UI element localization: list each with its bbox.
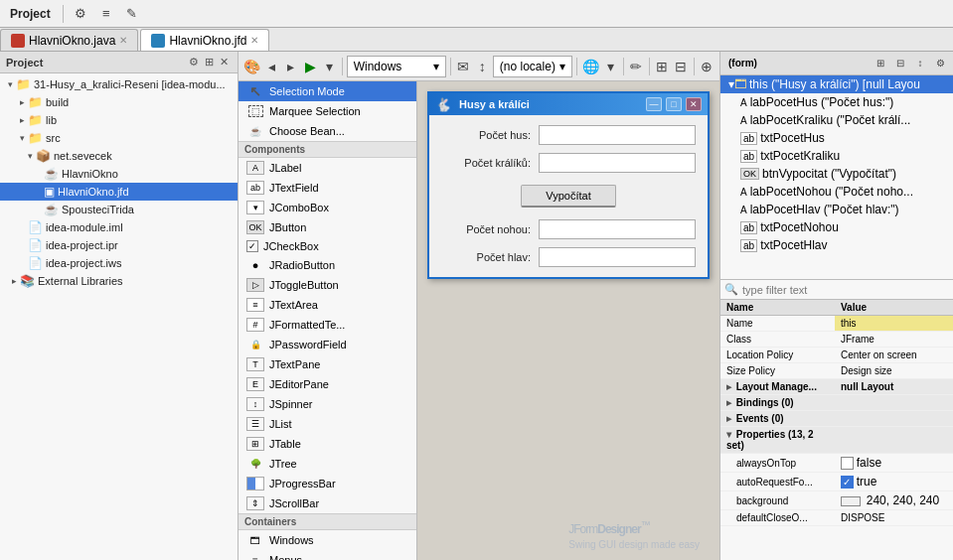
comp-tree-btnvypocitat[interactable]: OK btnVypocitat ("Vypočítat") [720, 165, 953, 183]
palette-selection-mode[interactable]: ↖ Selection Mode [238, 81, 416, 101]
comp-tree-txtpocethlav[interactable]: ab txtPocetHlav [720, 236, 953, 254]
palette-windows[interactable]: 🗔 Windows [238, 530, 416, 550]
palette-jformattedtextfield[interactable]: # JFormattedTe... [238, 315, 416, 335]
toolbar-forward-btn[interactable]: ▸ [282, 56, 299, 77]
input-pocet-hlav[interactable] [539, 247, 696, 267]
palette-jbutton[interactable]: OK JButton [238, 217, 416, 237]
tree-item-lib[interactable]: ▸ 📁 lib [0, 111, 238, 129]
palette-jtogglebutton[interactable]: ▷ JToggleButton [238, 275, 416, 295]
toolbar-extra-btn[interactable]: ⊕ [699, 56, 715, 77]
comp-tree-txtpockraliku[interactable]: ab txtPocetKraliku [720, 147, 953, 165]
tree-item-idea-project-ipr[interactable]: 📄 idea-project.ipr [0, 236, 238, 254]
panel-close-icon[interactable]: ✕ [217, 55, 232, 70]
comp-tree-labpocethus[interactable]: A labPocetHus ("Počet hus:") [720, 93, 953, 111]
tree-item-src[interactable]: ▾ 📁 src [0, 129, 238, 147]
toolbar-run-down-btn[interactable]: ▾ [321, 56, 338, 77]
palette-jlabel[interactable]: A JLabel [238, 158, 416, 178]
tree-item-spoustecitrida[interactable]: ☕ SpousteciTrida [0, 201, 238, 218]
prop-name-value[interactable] [835, 316, 953, 332]
toolbar-palette-btn[interactable]: 🎨 [242, 56, 261, 77]
palette-jtable[interactable]: ⊞ JTable [238, 434, 416, 454]
toolbar-menu-btn[interactable]: ≡ [95, 3, 117, 25]
palette-jtextpane[interactable]: T JTextPane [238, 354, 416, 374]
toolbar-grid-btn[interactable]: ⊞ [654, 56, 671, 77]
tab-jfd-close[interactable]: ✕ [250, 35, 258, 46]
toolbar-globe-btn[interactable]: 🌐 [581, 56, 600, 77]
locale-dropdown[interactable]: (no locale) ▾ [493, 56, 572, 77]
palette-menus[interactable]: ≡ Menus [238, 550, 416, 560]
input-pocet-nohou[interactable] [539, 219, 696, 239]
comp-label-txthlav: txtPocetHlav [760, 238, 827, 252]
palette-marquee-selection[interactable]: ⬚ Marquee Selection [238, 101, 416, 121]
palette-jprogressbar[interactable]: JProgressBar [238, 474, 416, 493]
prop-row-layout[interactable]: ▸ Layout Manage... null Layout [720, 379, 953, 395]
comp-tree-btn4[interactable]: ⚙ [931, 55, 949, 72]
label-pocet-hlav: Počet hlav: [441, 251, 531, 263]
jframe-minimize-btn[interactable]: — [646, 97, 662, 111]
toolbar-settings-btn[interactable]: ⚙ [70, 3, 91, 25]
jframe-maximize-btn[interactable]: □ [666, 97, 682, 111]
palette-choose-bean[interactable]: ☕ Choose Bean... [238, 121, 416, 141]
palette-jcombobox[interactable]: ▾ JComboBox [238, 198, 416, 217]
tree-item-build[interactable]: ▸ 📁 build [0, 93, 238, 111]
palette-jcheckbox[interactable]: ✓ JCheckBox [238, 237, 416, 255]
comp-tree-txtpocetnohou[interactable]: ab txtPocetNohou [720, 218, 953, 236]
os-dropdown[interactable]: Windows ▾ [347, 56, 446, 77]
filter-input[interactable] [742, 284, 949, 296]
autorequestfocus-checkbox[interactable]: ✓ [841, 476, 854, 489]
tab-java-close[interactable]: ✕ [119, 35, 127, 46]
comp-tree-btn3[interactable]: ↕ [911, 55, 929, 72]
toolbar-icon1-btn[interactable]: ✉ [454, 56, 471, 77]
palette-jspinner[interactable]: ↕ JSpinner [238, 394, 416, 414]
toolbar-back-btn[interactable]: ◂ [263, 56, 280, 77]
properties-table: Name Value Name Class JFrame Location Po… [720, 300, 953, 526]
palette-jtextarea[interactable]: ≡ JTextArea [238, 295, 416, 315]
comp-tree-labpockraliku[interactable]: A labPocetKraliku ("Počet králí... [720, 111, 953, 129]
tree-item-root[interactable]: ▾ 📁 31-Husy_a_kralici-Reseni [idea-modu.… [0, 75, 238, 93]
input-pocet-hus[interactable] [539, 125, 696, 145]
palette-jradiobutton[interactable]: ● JRadioButton [238, 255, 416, 275]
prop-name-input[interactable] [841, 318, 947, 329]
tab-hlavniokno-jfd[interactable]: HlavniOkno.jfd ✕ [140, 29, 269, 51]
tree-item-hlavniokno-jfd[interactable]: ▣ HlavniOkno.jfd [0, 183, 238, 201]
toolbar-run-btn[interactable]: ▶ [301, 56, 318, 77]
comp-tree-txtpocethus[interactable]: ab txtPocetHus [720, 129, 953, 147]
palette-jscrollbar[interactable]: ⇕ JScrollBar [238, 493, 416, 513]
tree-item-idea-project-iws[interactable]: 📄 idea-project.iws [0, 254, 238, 272]
tree-item-netsevecek[interactable]: ▾ 📦 net.sevecek [0, 147, 238, 165]
panel-gear-icon[interactable]: ⚙ [186, 55, 202, 70]
panel-expand-icon[interactable]: ⊞ [202, 55, 217, 70]
comp-label-btnvypocitat: btnVypocitat ("Vypočítat") [762, 167, 896, 181]
toolbar-pencil-btn[interactable]: ✏ [628, 56, 645, 77]
palette-jlist[interactable]: ☰ JList [238, 414, 416, 434]
palette-jpasswordfield[interactable]: 🔒 JPasswordField [238, 335, 416, 354]
btn-vypocitat[interactable]: Vypočítat [521, 185, 615, 208]
prop-row-properties[interactable]: ▾ Properties (13, 2 set) [720, 427, 953, 454]
tree-item-idea-module[interactable]: 📄 idea-module.iml [0, 218, 238, 236]
comp-tree-labpocetnohou[interactable]: A labPocetNohou ("Počet noho... [720, 183, 953, 201]
prop-row-bindings[interactable]: ▸ Bindings (0) [720, 395, 953, 411]
design-canvas[interactable]: 🐇 Husy a králíci — □ ✕ Počet hus: Počet … [417, 81, 719, 560]
input-pocet-kraliku[interactable] [539, 153, 696, 173]
toolbar-icon2-btn[interactable]: ↕ [474, 56, 491, 77]
toolbar-align-btn[interactable]: ⊟ [673, 56, 690, 77]
jframe-close-btn[interactable]: ✕ [686, 97, 702, 111]
toolbar-zoom-btn[interactable]: ▾ [602, 56, 619, 77]
comp-tree-btn1[interactable]: ⊞ [872, 55, 889, 72]
comp-tree-labpocethlav[interactable]: A labPocetHlav ("Počet hlav:") [720, 201, 953, 218]
comp-tree-btn2[interactable]: ⊟ [891, 55, 909, 72]
tree-item-ext-libs[interactable]: ▸ 📚 External Libraries [0, 272, 238, 290]
tree-folder-lib: 📁 [28, 113, 43, 127]
prop-background-value[interactable]: 240, 240, 240 [835, 491, 953, 510]
alwaysontop-checkbox[interactable] [841, 457, 854, 470]
palette-jtextfield[interactable]: ab JTextField [238, 178, 416, 198]
tab-hlavniokno-java[interactable]: HlavniOkno.java ✕ [0, 29, 138, 51]
palette-jtree[interactable]: 🌳 JTree [238, 454, 416, 474]
toolbar-edit-btn[interactable]: ✎ [121, 3, 143, 25]
prop-alwaysontop-value[interactable]: false [835, 454, 953, 473]
prop-row-events[interactable]: ▸ Events (0) [720, 411, 953, 427]
comp-tree-this[interactable]: ▾ 🗔 this ("Husy a králíci") [null Layou [720, 75, 953, 93]
tree-item-hlavniokno-java[interactable]: ☕ HlavniOkno [0, 165, 238, 183]
palette-jeditorpane[interactable]: E JEditorPane [238, 374, 416, 394]
prop-autorequestfocus-value[interactable]: ✓ true [835, 473, 953, 491]
